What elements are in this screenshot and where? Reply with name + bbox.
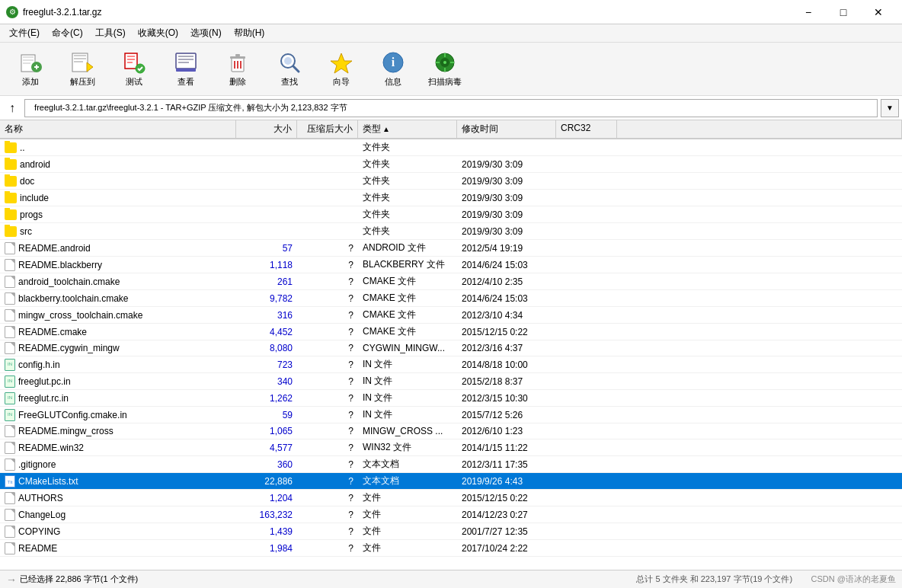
- file-type: 文件: [358, 490, 457, 506]
- col-type-header[interactable]: 类型 ▲: [358, 120, 457, 138]
- minimize-button[interactable]: −: [791, 0, 826, 24]
- file-type: IN 文件: [358, 356, 457, 372]
- table-row[interactable]: IN freeglut.rc.in 1,262?IN 文件2012/3/15 1…: [0, 390, 902, 407]
- view-icon: [174, 50, 198, 75]
- file-name-cell: android: [0, 158, 236, 171]
- address-input[interactable]: [24, 99, 878, 117]
- svg-rect-6: [36, 65, 37, 69]
- table-row[interactable]: android_toolchain.cmake 261?CMAKE 文件2012…: [0, 273, 902, 290]
- file-mtime: 2014/1/15 11:22: [457, 441, 556, 455]
- file-crc: [556, 314, 617, 317]
- file-icon: [5, 492, 15, 504]
- table-row[interactable]: .. 文件夹: [0, 139, 902, 156]
- file-name-cell: IN FreeGLUTConfig.cmake.in: [0, 407, 236, 423]
- file-csize: [297, 230, 358, 233]
- address-bar: ↑ ▼: [0, 96, 902, 120]
- table-row[interactable]: blackberry.toolchain.cmake 9,782?CMAKE 文…: [0, 290, 902, 307]
- file-name-cell: mingw_cross_toolchain.cmake: [0, 308, 236, 323]
- delete-button[interactable]: 删除: [213, 46, 262, 93]
- file-name: src: [20, 226, 32, 237]
- find-button[interactable]: 查找: [265, 46, 314, 93]
- menu-options[interactable]: 选项(N): [184, 25, 228, 41]
- maximize-button[interactable]: □: [826, 0, 861, 24]
- file-crc: [556, 430, 617, 433]
- file-crc: [556, 280, 617, 283]
- in-icon: IN: [5, 392, 15, 404]
- file-csize: ?: [297, 391, 358, 405]
- col-mtime-header[interactable]: 修改时间: [457, 120, 556, 138]
- table-row[interactable]: README.cmake 4,452?CMAKE 文件2015/12/15 0:…: [0, 324, 902, 340]
- file-name-cell: README.cmake: [0, 324, 236, 340]
- table-row[interactable]: README.mingw_cross 1,065?MINGW_CROSS ...…: [0, 423, 902, 439]
- back-button[interactable]: ↑: [3, 99, 21, 117]
- file-crc: [556, 547, 617, 550]
- svg-rect-9: [74, 58, 86, 59]
- file-csize: ?: [297, 292, 358, 305]
- table-row[interactable]: IN freeglut.pc.in 340?IN 文件2015/2/18 8:3…: [0, 373, 902, 390]
- svg-rect-3: [23, 62, 30, 64]
- table-row[interactable]: ChangeLog 163,232?文件2014/12/23 0:27: [0, 507, 902, 523]
- status-left: → 已经选择 22,886 字节(1 个文件): [0, 574, 630, 586]
- close-button[interactable]: ✕: [861, 0, 896, 24]
- file-type: 文件: [358, 507, 457, 522]
- table-row[interactable]: src 文件夹2019/9/30 3:09: [0, 223, 902, 240]
- file-csize: [297, 180, 358, 183]
- file-name-cell: blackberry.toolchain.cmake: [0, 291, 236, 306]
- menu-tools[interactable]: 工具(S): [89, 25, 132, 41]
- file-rest: [617, 247, 902, 250]
- menu-command[interactable]: 命令(C): [46, 25, 89, 41]
- svg-point-35: [443, 61, 446, 64]
- table-row[interactable]: README.win32 4,577?WIN32 文件2014/1/15 11:…: [0, 439, 902, 456]
- table-row[interactable]: progs 文件夹2019/9/30 3:09: [0, 206, 902, 223]
- table-row[interactable]: README.android 57?ANDROID 文件2012/5/4 19:…: [0, 240, 902, 257]
- file-rest: [617, 213, 902, 216]
- file-name-cell: include: [0, 191, 236, 205]
- address-dropdown[interactable]: ▼: [881, 99, 899, 117]
- table-row[interactable]: IN FreeGLUTConfig.cmake.in 59?IN 文件2015/…: [0, 407, 902, 423]
- table-row[interactable]: doc 文件夹2019/9/30 3:09: [0, 173, 902, 190]
- table-row[interactable]: README.blackberry 1,118?BLACKBERRY 文件201…: [0, 257, 902, 273]
- scan-icon: [433, 50, 457, 75]
- table-row[interactable]: README 1,984?文件2017/10/24 2:22: [0, 540, 902, 557]
- menu-help[interactable]: 帮助(H): [228, 25, 271, 41]
- scan-label: 扫描病毒: [428, 76, 462, 88]
- test-button[interactable]: 测试: [110, 46, 158, 93]
- col-size-header[interactable]: 大小: [236, 120, 297, 138]
- extract-icon: [70, 50, 94, 75]
- file-csize: ?: [297, 241, 358, 255]
- info-button[interactable]: i 信息: [369, 46, 417, 93]
- wizard-button[interactable]: 向导: [317, 46, 366, 93]
- table-row[interactable]: TIt CMakeLists.txt 22,886?文本文档2019/9/26 …: [0, 473, 902, 490]
- sort-arrow-icon: ▲: [382, 125, 390, 133]
- table-row[interactable]: README.cygwin_mingw 8,080?CYGWIN_MINGW..…: [0, 340, 902, 356]
- file-csize: ?: [297, 475, 358, 488]
- file-name-cell: IN freeglut.rc.in: [0, 391, 236, 406]
- file-type: 文件夹: [358, 139, 457, 155]
- file-csize: ?: [297, 308, 358, 322]
- table-row[interactable]: android 文件夹2019/9/30 3:09: [0, 156, 902, 173]
- add-label: 添加: [22, 76, 39, 88]
- table-row[interactable]: .gitignore 360?文本文档2012/3/11 17:35: [0, 456, 902, 473]
- file-size: 4,452: [236, 325, 297, 339]
- menu-file[interactable]: 文件(E): [3, 25, 46, 41]
- file-rest: [617, 513, 902, 516]
- file-rest: [617, 414, 902, 417]
- table-row[interactable]: AUTHORS 1,204?文件2015/12/15 0:22: [0, 490, 902, 507]
- menu-favorites[interactable]: 收藏夹(O): [132, 25, 184, 41]
- view-button[interactable]: 查看: [162, 46, 210, 93]
- table-row[interactable]: include 文件夹2019/9/30 3:09: [0, 190, 902, 206]
- scan-button[interactable]: 扫描病毒: [421, 46, 469, 93]
- file-size: 340: [236, 375, 297, 388]
- table-row[interactable]: COPYING 1,439?文件2001/7/27 12:35: [0, 523, 902, 540]
- file-csize: ?: [297, 275, 358, 289]
- col-crc-header[interactable]: CRC32: [556, 120, 617, 138]
- col-name-header[interactable]: 名称: [0, 120, 236, 138]
- table-row[interactable]: IN config.h.in 723?IN 文件2014/8/18 10:00: [0, 356, 902, 373]
- extract-button[interactable]: 解压到: [58, 46, 107, 93]
- add-button[interactable]: 添加: [6, 46, 55, 93]
- table-row[interactable]: mingw_cross_toolchain.cmake 316?CMAKE 文件…: [0, 307, 902, 324]
- file-name-cell: README.cygwin_mingw: [0, 340, 236, 356]
- file-rest: [617, 331, 902, 334]
- col-compressed-header[interactable]: 压缩后大小: [297, 120, 358, 138]
- file-name: doc: [20, 176, 34, 187]
